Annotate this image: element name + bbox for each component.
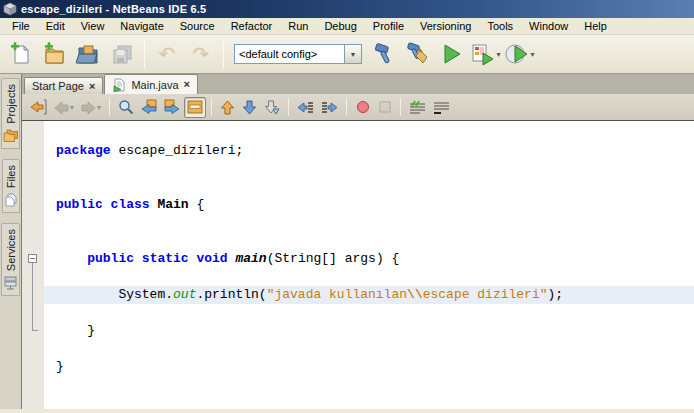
code-line-blank[interactable] (44, 124, 694, 142)
open-project-icon (76, 42, 100, 66)
menu-help[interactable]: Help (576, 19, 615, 33)
shift-left-icon (297, 100, 314, 115)
profile-icon (505, 43, 529, 65)
editor-toolbar: ▾ ▾ (22, 94, 694, 121)
new-project-icon (42, 42, 66, 66)
code-token: \\ (407, 287, 423, 302)
tab-main-java-label: Main.java (131, 79, 178, 91)
run-icon (441, 43, 463, 65)
code-line-blank[interactable] (44, 268, 694, 286)
code-area[interactable]: package escape_dizileri; public class Ma… (44, 121, 694, 409)
stop-macro-recording-button[interactable] (374, 97, 395, 118)
fold-collapse-icon[interactable]: − (28, 254, 37, 263)
code-line-package[interactable]: package escape_dizileri; (44, 142, 694, 160)
code-line-blank[interactable] (44, 340, 694, 358)
shift-left-button[interactable] (294, 97, 317, 118)
menu-file[interactable]: File (4, 19, 38, 33)
new-file-button[interactable] (4, 38, 36, 70)
toggle-bookmark-button[interactable] (261, 97, 283, 118)
find-previous-icon (141, 99, 157, 115)
menu-navigate[interactable]: Navigate (112, 19, 171, 33)
toggle-highlight-search-button[interactable] (184, 97, 206, 118)
sidebar-item-services[interactable]: Services (1, 223, 20, 296)
code-token: .println( (196, 287, 266, 302)
sidebar-item-files[interactable]: Files (2, 159, 20, 213)
find-next-button[interactable] (161, 97, 183, 118)
menu-window[interactable]: Window (521, 19, 576, 33)
start-macro-recording-button[interactable] (352, 97, 373, 118)
menu-debug[interactable]: Debug (316, 19, 364, 33)
find-magnifier-icon (118, 99, 134, 115)
profile-dropdown-caret-icon: ▾ (530, 50, 534, 59)
clean-build-button[interactable] (402, 38, 434, 70)
build-hammer-icon (372, 42, 396, 66)
uncomment-lines-button[interactable] (430, 97, 453, 118)
code-token: package (56, 143, 111, 158)
menu-bar: File Edit View Navigate Source Refactor … (0, 18, 694, 35)
left-dock-strip: Projects Files Services (0, 74, 22, 409)
menu-refactor[interactable]: Refactor (223, 19, 281, 33)
debug-icon (471, 43, 495, 65)
menu-versioning[interactable]: Versioning (412, 19, 479, 33)
menu-edit[interactable]: Edit (38, 19, 73, 33)
debug-project-button[interactable]: ▾ (470, 38, 502, 70)
shift-right-button[interactable] (318, 97, 341, 118)
find-previous-button[interactable] (138, 97, 160, 118)
code-line-blank[interactable] (44, 178, 694, 196)
editor-toolbar-separator (288, 98, 289, 116)
forward-button[interactable]: ▾ (78, 97, 104, 118)
code-token: public class (56, 197, 157, 212)
back-button[interactable]: ▾ (51, 97, 77, 118)
previous-bookmark-button[interactable] (217, 97, 238, 118)
code-line-class-declaration[interactable]: public class Main { (44, 196, 694, 214)
back-icon (54, 100, 69, 115)
code-token: } (56, 323, 95, 338)
menu-run[interactable]: Run (280, 19, 316, 33)
code-editor[interactable]: − package escape_dizileri; public class … (22, 121, 694, 409)
toolbar-separator (223, 40, 224, 68)
new-project-button[interactable] (38, 38, 70, 70)
build-project-button[interactable] (368, 38, 400, 70)
code-token: out (173, 287, 196, 302)
open-project-button[interactable] (72, 38, 104, 70)
config-dropdown-value: <default config> (235, 45, 344, 63)
projects-tab-label: Projects (5, 84, 17, 124)
code-line-println[interactable]: System.out.println("javada kullanılan\\e… (44, 286, 694, 304)
profile-project-button[interactable]: ▾ (504, 38, 536, 70)
highlight-search-icon (187, 100, 203, 114)
main-toolbar: ↶ ↷ <default config> ▼ (0, 35, 694, 74)
record-macro-icon (356, 100, 370, 114)
last-edit-location-button[interactable] (27, 97, 50, 118)
next-bookmark-button[interactable] (239, 97, 260, 118)
title-bar[interactable]: escape_dizileri - NetBeans IDE 6.5 (0, 0, 694, 18)
editor-toolbar-separator (346, 98, 347, 116)
code-token: (String[] args) { (267, 251, 400, 266)
tab-main-java[interactable]: Main.java × (104, 74, 198, 94)
save-all-button[interactable] (106, 38, 138, 70)
config-dropdown-button[interactable]: ▼ (344, 45, 361, 63)
code-line-main-declaration[interactable]: public static void main(String[] args) { (44, 250, 694, 268)
run-project-button[interactable] (436, 38, 468, 70)
undo-button[interactable]: ↶ (151, 38, 183, 70)
redo-button[interactable]: ↷ (185, 38, 217, 70)
fold-guide-line (32, 263, 33, 330)
menu-source[interactable]: Source (172, 19, 223, 33)
code-token (56, 251, 87, 266)
code-line-blank[interactable] (44, 214, 694, 232)
code-line-close-main[interactable]: } (44, 322, 694, 340)
menu-view[interactable]: View (73, 19, 113, 33)
code-line-blank[interactable] (44, 304, 694, 322)
close-icon[interactable]: × (89, 81, 95, 92)
config-dropdown[interactable]: <default config> ▼ (234, 44, 362, 64)
menu-profile[interactable]: Profile (365, 19, 412, 33)
comment-lines-button[interactable] (406, 97, 429, 118)
find-button[interactable] (115, 97, 137, 118)
code-line-close-class[interactable]: } (44, 358, 694, 376)
code-token: public static void (87, 251, 235, 266)
menu-tools[interactable]: Tools (479, 19, 521, 33)
code-line-blank[interactable] (44, 160, 694, 178)
tab-start-page[interactable]: Start Page × (24, 77, 103, 94)
close-icon[interactable]: × (184, 79, 190, 90)
sidebar-item-projects[interactable]: Projects (1, 78, 20, 149)
code-line-blank[interactable] (44, 232, 694, 250)
